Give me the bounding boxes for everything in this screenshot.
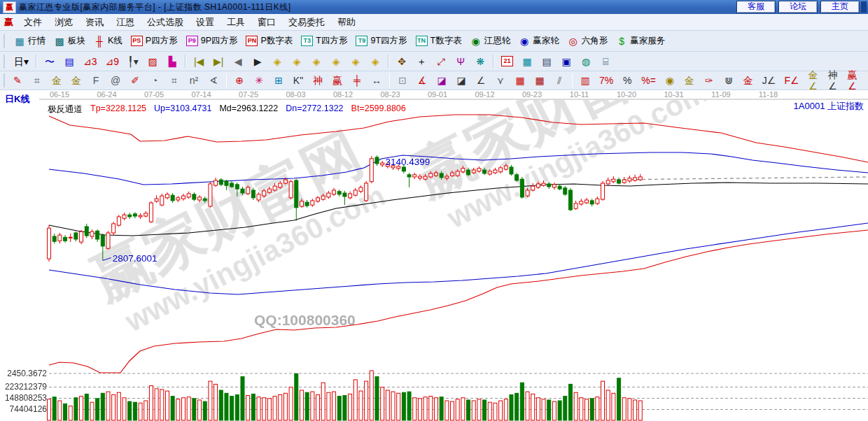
diamond-right-button[interactable]: ◈ <box>287 54 307 69</box>
fan-dark-tool[interactable]: ◪ <box>451 73 471 88</box>
gold-red-tool[interactable]: 金 <box>738 73 758 88</box>
brush-tool[interactable]: ✎ <box>8 73 27 88</box>
stats-column-tool[interactable]: ▥ <box>575 73 595 88</box>
export-globe-icon[interactable]: ◍ <box>576 54 596 69</box>
diamond-left-button[interactable]: ◈ <box>267 54 287 69</box>
n-squared-tool[interactable]: n² <box>184 73 204 88</box>
titlebar-button-1[interactable]: 客服 <box>736 1 776 13</box>
t-square-button[interactable]: T3T四方形 <box>297 33 351 49</box>
quotes-button[interactable]: ▦行情 <box>10 33 50 49</box>
menu-item[interactable]: 公式选股 <box>141 15 190 30</box>
box-grid-tool[interactable]: ⊞ <box>269 73 288 88</box>
ink-pen-tool[interactable]: ✑ <box>699 73 719 88</box>
overlay-wave-icon[interactable]: 〜 <box>40 54 59 69</box>
menu-item[interactable]: 文件 <box>18 15 48 30</box>
menu-item[interactable]: 窗口 <box>251 15 282 30</box>
sectors-button[interactable]: ▩板块 <box>50 33 90 49</box>
kline-button[interactable]: ╫K线 <box>90 33 127 49</box>
titlebar-button-2[interactable]: 论坛 <box>778 1 818 13</box>
period-dropdown[interactable]: 日▾ <box>10 54 33 69</box>
notepad-icon[interactable]: ▤ <box>537 54 556 69</box>
fan-purple-tool[interactable]: ◪ <box>432 73 451 88</box>
menu-item[interactable]: 交易委托 <box>282 15 331 30</box>
k-quote-tool[interactable]: K" <box>288 73 308 88</box>
info-doc-icon[interactable]: ▤ <box>59 54 79 69</box>
menu-item[interactable]: 工具 <box>220 15 251 30</box>
winner-wheel-button[interactable]: ◉赢家轮 <box>514 33 564 49</box>
cup-mark-tool[interactable]: ⋓ <box>719 73 738 88</box>
angle-j-tool[interactable]: J∠ <box>758 73 780 88</box>
kline-chart-canvas[interactable]: 赢家财富网www.yingjia360.com赢家财富网www.yingjia3… <box>0 90 868 421</box>
save-icon[interactable]: ▣ <box>556 54 576 69</box>
chart-area[interactable]: 日K线 06-1506-2407-0507-1407-2508-0308-120… <box>0 90 868 421</box>
titlebar-button-3[interactable]: 主页 <box>820 1 860 13</box>
menu-item[interactable]: 江恩 <box>110 15 141 30</box>
spiral-tool[interactable]: @ <box>106 73 125 88</box>
hash-grid-tool-2[interactable]: ⌗ <box>164 73 184 88</box>
menu-item[interactable]: 资讯 <box>79 15 110 30</box>
hexagon-button-icon: ◎ <box>568 36 579 47</box>
fan-red-tool[interactable]: ∡ <box>412 73 432 88</box>
gann-wheel-button[interactable]: ◉江恩轮 <box>466 33 515 49</box>
f-grid-tool[interactable]: F <box>86 73 106 88</box>
diamond-hcompress-button[interactable]: ◈ <box>326 54 346 69</box>
ruler-123-tool[interactable]: ╪ <box>347 73 367 88</box>
grid-red-tool-2[interactable]: ▦ <box>530 73 550 88</box>
web-tool[interactable]: ❋ <box>470 54 490 69</box>
t-digit-table-button[interactable]: TNT数字表 <box>412 33 466 49</box>
calendar-icon[interactable]: 21 <box>497 54 517 69</box>
nine-t-square-button[interactable]: T99T四方形 <box>351 33 411 49</box>
nine-t-square-button-label: 9T四方形 <box>370 35 407 47</box>
hexagon-button[interactable]: ◎六角形 <box>564 33 612 49</box>
crosshair-tool[interactable]: ＋ <box>412 54 431 69</box>
hand-tool[interactable]: ✥ <box>392 54 412 69</box>
date-tick: 10-20 <box>617 90 636 99</box>
prev-bar-button[interactable]: ◀ <box>228 54 248 69</box>
nine-p-square-button[interactable]: P99P四方形 <box>182 33 242 49</box>
p-square-button[interactable]: PSP四方形 <box>127 33 182 49</box>
menu-item[interactable]: 设置 <box>190 15 220 30</box>
menu-item[interactable]: 帮助 <box>331 15 362 30</box>
grid-red-tool-1[interactable]: ▦ <box>510 73 530 88</box>
star-grid-tool[interactable]: ✳ <box>249 73 269 88</box>
ying-mark-tool[interactable]: 赢 <box>328 73 347 88</box>
shen-mark-tool[interactable]: 神 <box>308 73 328 88</box>
gold-underline-tool[interactable]: 金 <box>680 73 699 88</box>
bars-9-icon[interactable]: ⊿9 <box>102 54 124 69</box>
volume-profile-icon[interactable]: ▙ <box>162 54 182 69</box>
pattern-red-icon[interactable]: ▨ <box>143 54 162 69</box>
gold-circle-tool[interactable]: ◉ <box>660 73 680 88</box>
angle-f-tool[interactable]: F∠ <box>780 73 803 88</box>
percent-line-tool[interactable]: %= <box>637 73 660 88</box>
first-bar-button[interactable]: |◀ <box>189 54 209 69</box>
frame-tool[interactable]: ⊡ <box>393 73 412 88</box>
width-measure-tool[interactable]: ↔ <box>367 73 386 88</box>
send-computer-icon[interactable]: ⌸ <box>596 54 615 69</box>
p-digit-table-button[interactable]: PNP数字表 <box>241 33 297 49</box>
percent-tool[interactable]: % <box>617 73 637 88</box>
menu-item[interactable]: 浏览 <box>48 15 79 30</box>
diamond-hexpand-button[interactable]: ◈ <box>307 54 326 69</box>
gold-gate-tool-1[interactable]: 金 <box>47 73 66 88</box>
candle-style-dropdown[interactable]: ╿▾ <box>123 54 143 69</box>
measure-tool[interactable]: ⤢ <box>431 54 451 69</box>
bars-3-icon[interactable]: ⊿3 <box>79 54 102 69</box>
cycle-clock-tool[interactable]: ◔ <box>145 73 164 88</box>
trend-angle-tool[interactable]: ∠ <box>471 73 491 88</box>
v-wave-tool[interactable]: ⋎ <box>491 73 510 88</box>
marker-pen-tool[interactable]: ✐ <box>125 73 145 88</box>
diamond-compress-all-button[interactable]: ◈ <box>365 54 385 69</box>
gann-target-tool[interactable]: ⊕ <box>230 73 249 88</box>
next-bar-button[interactable]: ▶ <box>248 54 267 69</box>
calculator-icon[interactable]: ▦ <box>517 54 537 69</box>
diamond-expand-all-button[interactable]: ◈ <box>346 54 365 69</box>
percent-7-tool[interactable]: 7% <box>595 73 617 88</box>
toolbar-grip <box>4 55 7 69</box>
angle-ruler-tool[interactable]: ∢ <box>204 73 223 88</box>
last-bar-button[interactable]: ▶| <box>209 54 228 69</box>
gann-t-tool[interactable]: Ψ <box>451 54 470 69</box>
winner-service-button[interactable]: $赢家服务 <box>612 33 669 49</box>
hatch-lines-tool[interactable]: ⫽ <box>550 73 569 88</box>
gold-gate-tool-2[interactable]: 金 <box>66 73 86 88</box>
hash-grid-tool[interactable]: ⌗ <box>27 73 47 88</box>
